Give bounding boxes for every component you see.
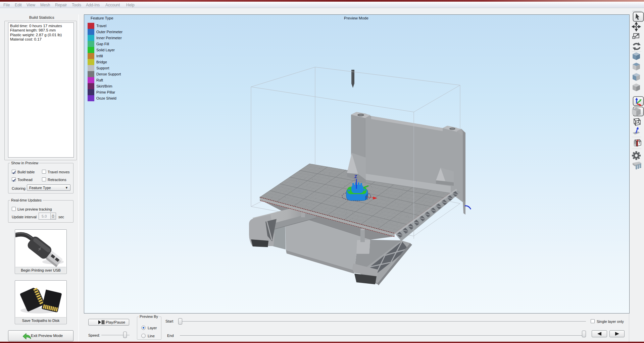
svg-text:Z: Z xyxy=(354,174,357,179)
